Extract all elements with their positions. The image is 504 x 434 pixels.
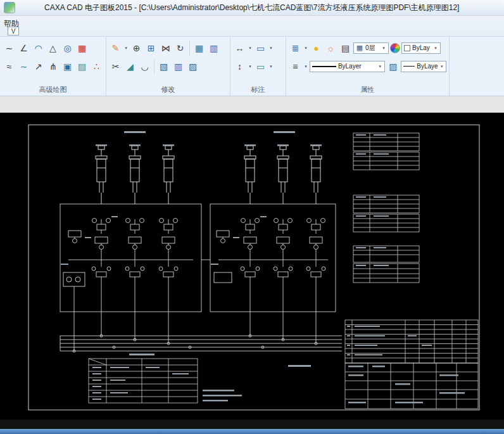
hydraulic-cylinders <box>96 146 322 204</box>
dimension-row-2: ↕ ▾ ▭ ▾ <box>233 57 283 75</box>
lineweight-icon[interactable]: ≡ <box>289 60 302 73</box>
draw-row-1: ∼ ∠ ◠ △ ◎ ▦ <box>3 39 103 57</box>
lineweight-select[interactable]: ByLaye ▾ <box>401 61 446 72</box>
ribbon-group-draw: ∼ ∠ ◠ △ ◎ ▦ ≈ ∼ ↗ ⋔ ▣ ▤ ∴ 高级绘图 <box>0 37 106 96</box>
linetype-select[interactable]: ByLayer ▾ <box>310 61 386 72</box>
move-tool-icon[interactable]: ⊕ <box>130 41 143 54</box>
title-bar: CAXA CAD 电子图板2015 - [C:\Users\Administra… <box>0 0 504 16</box>
chevron-down-icon[interactable]: ▾ <box>303 46 308 51</box>
valve-manifold-left <box>60 204 201 312</box>
color-wheel-icon[interactable] <box>390 43 400 53</box>
document-strip <box>0 96 504 113</box>
erase-tool-icon[interactable]: ✎ <box>109 41 122 54</box>
pipe-bus-lines <box>60 312 342 352</box>
group-label-properties[interactable]: 属性 <box>289 85 446 95</box>
vertical-dimension-tool-icon[interactable]: ↕ <box>233 60 246 73</box>
layer-manager-icon[interactable]: ≣ <box>289 41 302 54</box>
branch-tool-icon[interactable]: ⋔ <box>46 60 60 73</box>
layer-grid-icon: ▦ <box>356 44 363 52</box>
cube-tool-icon[interactable]: ▣ <box>61 60 74 73</box>
group-header-labels <box>124 131 295 133</box>
window-title: CAXA CAD 电子图板2015 - [C:\Users\Administra… <box>44 3 459 13</box>
arc-tool-icon[interactable]: ◠ <box>32 41 45 54</box>
toolbar-separator <box>189 41 190 56</box>
app-icon[interactable] <box>4 2 15 13</box>
spec-tables <box>353 133 419 283</box>
group-label-dimension[interactable]: 标注 <box>233 85 283 95</box>
title-block-text <box>288 365 465 404</box>
chevron-down-icon[interactable]: ▾ <box>268 46 274 51</box>
chevron-down-icon[interactable]: ▾ <box>268 64 274 69</box>
trim-tool-icon[interactable]: ✂ <box>109 60 122 73</box>
legend-table <box>89 359 198 403</box>
cylinder-labels <box>96 144 322 146</box>
lineweight-sample <box>403 66 415 67</box>
caxa-window: CAXA CAD 电子图板2015 - [C:\Users\Administra… <box>0 0 504 434</box>
bottom-blue-strip <box>0 429 504 434</box>
chevron-down-icon: ▾ <box>381 46 386 51</box>
chevron-down-icon: ▾ <box>377 64 382 69</box>
printer-icon[interactable]: ▤ <box>339 41 352 54</box>
chevron-down-icon[interactable]: ▾ <box>303 64 308 69</box>
layers-tool-icon[interactable]: ▤ <box>75 60 89 73</box>
draw-row-2: ≈ ∼ ↗ ⋔ ▣ ▤ ∴ <box>3 57 103 75</box>
chamfer-tool-icon[interactable]: ◢ <box>123 60 137 73</box>
spec-tables-text <box>356 134 389 266</box>
wave-curve-tool-icon[interactable]: ≈ <box>3 60 16 73</box>
group-label-draw[interactable]: 高级绘图 <box>3 85 103 95</box>
polygon-tool-icon[interactable]: △ <box>46 41 60 54</box>
ribbon-group-properties: ≣ ▾ ● ☼ ▤ ▦ 0层 ▾ ByLay ▾ ≡ ▾ <box>286 37 450 96</box>
rotate-tool-icon[interactable]: ↻ <box>173 41 187 54</box>
mirror-tool-icon[interactable]: ⋈ <box>159 41 172 54</box>
sun-icon[interactable]: ☼ <box>324 41 337 54</box>
modify-row-2: ✂ ◢ ◡ ▧ ▥ ▨ <box>109 57 227 75</box>
double-curve-tool-icon[interactable]: ∼ <box>17 60 30 73</box>
table-tool-icon[interactable]: ▦ <box>75 41 89 54</box>
group-label-modify[interactable]: 修改 <box>109 85 227 95</box>
ribbon: ∼ ∠ ◠ △ ◎ ▦ ≈ ∼ ↗ ⋔ ▣ ▤ ∴ 高级绘图 ✎ ▾ <box>0 37 504 96</box>
dimension-row-1: ↔ ▾ ▭ ▾ <box>233 39 283 57</box>
color-select[interactable]: ByLay ▾ <box>401 42 441 54</box>
point-cluster-tool-icon[interactable]: ∴ <box>90 60 103 73</box>
lineweight-value: ByLaye <box>417 63 438 70</box>
block-tool-icon[interactable]: ▥ <box>172 60 185 73</box>
chevron-down-icon: ▾ <box>440 64 444 69</box>
angle-line-tool-icon[interactable]: ∠ <box>17 41 30 54</box>
hatch-tool-icon[interactable]: ▧ <box>157 60 170 73</box>
ribbon-empty-space <box>450 37 504 96</box>
chevron-down-icon[interactable]: ▾ <box>123 46 129 51</box>
region-tool-icon[interactable]: ▨ <box>186 60 199 73</box>
chevron-down-icon: ▾ <box>433 46 438 51</box>
drawing-canvas[interactable] <box>0 113 504 419</box>
array-tool-icon[interactable]: ▦ <box>192 41 206 54</box>
properties-row-2: ≡ ▾ ByLayer ▾ ▨ ByLaye ▾ <box>289 57 446 75</box>
cad-drawing <box>0 113 504 419</box>
linear-dimension-tool-icon[interactable]: ↔ <box>233 41 246 54</box>
circle-tool-icon[interactable]: ◎ <box>61 41 74 54</box>
lightbulb-icon[interactable]: ● <box>310 41 323 54</box>
copy-tool-icon[interactable]: ⊞ <box>144 41 158 54</box>
arrow-tool-icon[interactable]: ↗ <box>32 60 45 73</box>
quick-access-dropdown-button[interactable]: V <box>8 27 19 35</box>
ribbon-group-dimension: ↔ ▾ ▭ ▾ ↕ ▾ ▭ ▾ 标注 <box>230 37 286 96</box>
pump-unit-left <box>63 272 85 312</box>
toolbar-separator <box>154 59 154 74</box>
image-annotation-tool-icon[interactable]: ▭ <box>254 41 267 54</box>
pump-unit-right <box>214 272 232 283</box>
leader-annotation-tool-icon[interactable]: ▭ <box>254 60 267 73</box>
layer-select[interactable]: ▦ 0层 ▾ <box>353 42 389 54</box>
notes-text <box>203 390 242 402</box>
chevron-down-icon[interactable]: ▾ <box>248 64 253 69</box>
properties-row-1: ≣ ▾ ● ☼ ▤ ▦ 0层 ▾ ByLay ▾ <box>289 39 446 57</box>
menu-bar: 帮助 V <box>0 16 504 37</box>
spline-tool-icon[interactable]: ∼ <box>3 41 16 54</box>
linetype-value: ByLayer <box>338 63 362 70</box>
legend-table-text <box>92 354 189 400</box>
color-value: ByLay <box>412 44 430 51</box>
stack-tool-icon[interactable]: ▥ <box>207 41 220 54</box>
hatch-style-icon[interactable]: ▨ <box>386 60 400 73</box>
chevron-down-icon[interactable]: ▾ <box>248 46 253 51</box>
ribbon-group-modify: ✎ ▾ ⊕ ⊞ ⋈ ↻ ▦ ▥ ✂ ◢ ◡ ▧ ▥ ▨ 修改 <box>106 37 230 96</box>
fillet-tool-icon[interactable]: ◡ <box>138 60 151 73</box>
valve-annotation-marks <box>61 216 267 265</box>
